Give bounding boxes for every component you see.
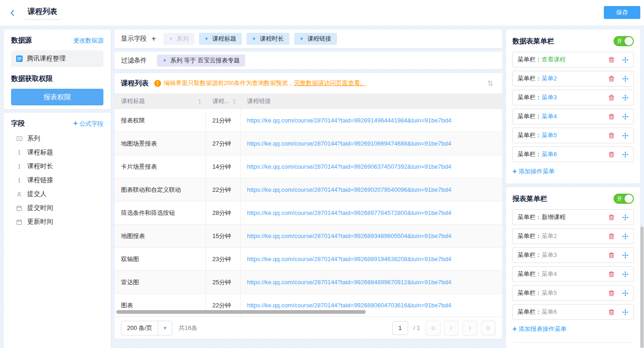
last-page-icon[interactable]: [481, 321, 496, 336]
menu-value[interactable]: 菜单2: [542, 232, 608, 240]
menu-value[interactable]: 菜单3: [542, 93, 608, 102]
field-item-submit-time[interactable]: 提交时间: [11, 201, 103, 215]
menu-item: 菜单栏： 菜单6: [512, 304, 634, 320]
trash-icon[interactable]: [608, 113, 615, 120]
move-icon[interactable]: [621, 214, 629, 221]
move-icon[interactable]: [621, 132, 629, 139]
field-item-course-link[interactable]: I 课程链接: [11, 173, 103, 187]
field-item-course-title[interactable]: I 课程标题: [11, 146, 103, 159]
calendar-icon: [16, 219, 23, 225]
move-icon[interactable]: [621, 94, 629, 101]
back-icon[interactable]: [7, 8, 18, 18]
reorder-icon[interactable]: [485, 78, 496, 89]
menu-value[interactable]: 菜单4: [542, 270, 608, 278]
chevron-down-icon: ▼: [205, 37, 209, 41]
move-icon[interactable]: [621, 232, 629, 240]
plus-icon: +: [512, 167, 517, 176]
report-menubar-toggle[interactable]: 开: [614, 194, 634, 204]
chevron-down-icon: ▼: [252, 37, 256, 41]
vertical-scrollbar[interactable]: [640, 226, 644, 348]
notice-link[interactable]: 完整数据请访问页面查看。: [294, 79, 366, 86]
menu-value[interactable]: 新增课程: [542, 213, 608, 221]
formula-field-link[interactable]: +公式字段: [73, 119, 103, 128]
first-page-icon[interactable]: [426, 321, 440, 336]
trash-icon[interactable]: [608, 308, 615, 316]
display-tag-course-link[interactable]: ▼课程链接: [294, 33, 337, 45]
total-count: 共16条: [179, 324, 197, 332]
trash-icon[interactable]: [608, 251, 615, 259]
course-link[interactable]: https://ke.qq.com/course/2870144?taid=99…: [241, 271, 502, 293]
add-report-menu-link[interactable]: +添加报表操作菜单: [512, 325, 634, 333]
move-icon[interactable]: [621, 113, 629, 120]
trash-icon[interactable]: [608, 270, 615, 278]
main-panel: 显示字段 + ▼系列 ▼课程标题 ▼课程时长 ▼课程链接 过滤条件 ▼系列 等于…: [114, 30, 502, 339]
plus-icon: +: [73, 119, 78, 127]
add-display-field-icon[interactable]: +: [151, 34, 156, 43]
page-title[interactable]: 课程列表: [25, 6, 60, 20]
course-link[interactable]: https://ke.qq.com/course/2870144?taid=99…: [241, 155, 502, 178]
datasource-card: 数据源 更改数据源 腾讯课程整理 数据获取权限 报表权限: [4, 30, 111, 109]
menu-value[interactable]: 菜单4: [542, 112, 608, 121]
menu-value[interactable]: 菜单3: [542, 251, 608, 259]
table-menubar-toggle[interactable]: 开: [614, 36, 634, 46]
table-row: 雷达图25分钟https://ke.qq.com/course/2870144?…: [114, 271, 502, 294]
menu-value[interactable]: 查看课程: [542, 55, 608, 64]
trash-icon[interactable]: [608, 289, 615, 297]
filter-condition-tag[interactable]: ▼系列 等于 百宝云报表专题: [157, 55, 245, 67]
trash-icon[interactable]: [608, 151, 615, 158]
display-tag-course-title[interactable]: ▼课程标题: [199, 33, 242, 45]
move-icon[interactable]: [621, 151, 629, 158]
trash-icon[interactable]: [608, 94, 615, 101]
sort-icon[interactable]: ▲▼: [198, 98, 201, 104]
document-icon: [16, 55, 23, 62]
course-link[interactable]: https://ke.qq.com/course/2870144?taid=99…: [241, 178, 502, 201]
display-tag-course-duration[interactable]: ▼课程时长: [247, 33, 289, 45]
add-table-menu-link[interactable]: +添加操作菜单: [512, 167, 634, 176]
course-link[interactable]: https://ke.qq.com/course/2870144?taid=99…: [241, 225, 502, 247]
field-item-course-duration[interactable]: I 课程时长: [11, 159, 103, 173]
next-page-icon[interactable]: [463, 321, 477, 336]
menu-value[interactable]: 菜单2: [542, 74, 608, 83]
report-permission-button[interactable]: 报表权限: [11, 89, 103, 105]
chevron-down-icon: ▼: [163, 58, 167, 63]
field-item-update-time[interactable]: 更新时间: [11, 215, 103, 229]
move-icon[interactable]: [621, 308, 629, 316]
course-link[interactable]: https://ke.qq.com/course/2870144?taid=99…: [241, 248, 502, 270]
table-title: 课程列表: [121, 79, 149, 88]
left-panel: 数据源 更改数据源 腾讯课程整理 数据获取权限 报表权限 字段 +公式字段 系列: [4, 30, 111, 348]
page-size-select[interactable]: 200 条/页 ▼: [121, 321, 172, 336]
save-button[interactable]: 保存: [604, 6, 640, 19]
menu-value[interactable]: 菜单6: [542, 150, 608, 159]
trash-icon[interactable]: [608, 56, 615, 63]
sort-icon[interactable]: ▲▼: [233, 98, 236, 104]
trash-icon[interactable]: [608, 132, 615, 139]
menu-item: 菜单栏： 新增课程: [512, 209, 634, 225]
move-icon[interactable]: [621, 75, 629, 82]
text-field-icon: I: [16, 163, 23, 170]
column-header: 课程...: [212, 97, 229, 105]
course-table-card: 课程列表 ! 编辑界面只取数据源前200条作为查询数据预览，完整数据请访问页面查…: [114, 73, 502, 339]
menu-value[interactable]: 菜单5: [542, 289, 608, 297]
change-datasource-link[interactable]: 更改数据源: [73, 37, 103, 45]
course-link[interactable]: https://ke.qq.com/course/2870144?taid=99…: [241, 109, 502, 132]
field-item-series[interactable]: 系列: [11, 132, 103, 146]
move-icon[interactable]: [621, 289, 629, 297]
trash-icon[interactable]: [608, 75, 615, 82]
menu-value[interactable]: 菜单6: [542, 308, 608, 316]
move-icon[interactable]: [621, 270, 629, 278]
field-item-submitter[interactable]: 提交人: [11, 187, 103, 201]
trash-icon[interactable]: [608, 214, 615, 221]
move-icon[interactable]: [621, 56, 629, 63]
page-number-input[interactable]: [392, 321, 408, 335]
prev-page-icon[interactable]: [444, 321, 459, 336]
menu-value[interactable]: 菜单5: [542, 131, 608, 140]
course-link[interactable]: https://ke.qq.com/course/2870144?taid=99…: [241, 132, 502, 155]
horizontal-scrollbar[interactable]: [116, 310, 366, 314]
filter-card: 过滤条件 ▼系列 等于 百宝云报表专题: [114, 52, 502, 69]
table-header-row: 课程标题▲▼ 课程...▲▼ 课程链接: [114, 93, 502, 109]
datasource-item[interactable]: 腾讯课程整理: [11, 50, 103, 67]
display-tag-series[interactable]: ▼系列: [163, 33, 194, 45]
move-icon[interactable]: [621, 251, 629, 259]
trash-icon[interactable]: [608, 232, 615, 240]
course-link[interactable]: https://ke.qq.com/course/2870144?taid=99…: [241, 201, 502, 224]
